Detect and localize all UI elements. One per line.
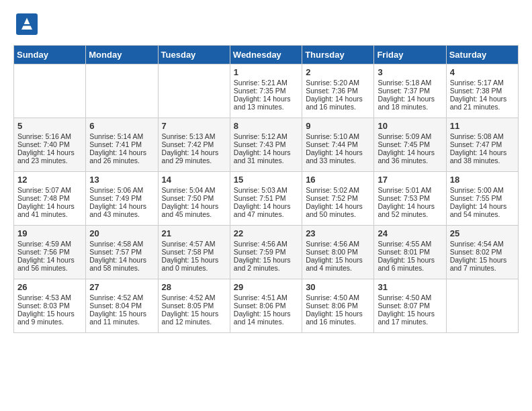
day-info: Sunset: 7:43 PM bbox=[234, 140, 298, 148]
day-info: Sunrise: 4:51 AM bbox=[234, 293, 298, 302]
day-info: Sunset: 7:40 PM bbox=[17, 140, 82, 148]
day-info: Sunrise: 5:03 AM bbox=[234, 186, 298, 194]
calendar-table: SundayMondayTuesdayWednesdayThursdayFrid… bbox=[13, 45, 519, 333]
day-info: Sunrise: 5:13 AM bbox=[162, 132, 226, 140]
svg-rect-2 bbox=[23, 24, 32, 26]
logo bbox=[13, 13, 38, 35]
day-info: Daylight: 15 hours bbox=[378, 256, 442, 264]
day-info: Sunrise: 5:17 AM bbox=[450, 79, 515, 87]
day-number: 9 bbox=[306, 121, 370, 131]
day-info: and 45 minutes. bbox=[162, 210, 226, 218]
header-cell-thursday: Thursday bbox=[302, 46, 374, 64]
day-number: 12 bbox=[17, 175, 82, 185]
calendar-day: 21Sunrise: 4:57 AMSunset: 7:58 PMDayligh… bbox=[158, 226, 230, 279]
day-number: 2 bbox=[306, 67, 370, 77]
day-number: 20 bbox=[89, 228, 154, 238]
day-info: Sunrise: 5:16 AM bbox=[17, 132, 82, 140]
day-info: Sunrise: 4:54 AM bbox=[450, 240, 515, 248]
day-info: Sunset: 8:00 PM bbox=[306, 248, 370, 256]
day-info: Sunset: 7:35 PM bbox=[234, 87, 298, 95]
calendar-day: 17Sunrise: 5:01 AMSunset: 7:53 PMDayligh… bbox=[374, 172, 446, 226]
day-info: Sunrise: 5:06 AM bbox=[89, 186, 154, 194]
day-info: Daylight: 14 hours bbox=[450, 202, 515, 210]
calendar-day: 10Sunrise: 5:09 AMSunset: 7:45 PMDayligh… bbox=[374, 118, 446, 172]
day-info: and 14 minutes. bbox=[234, 318, 298, 326]
day-info: Daylight: 14 hours bbox=[89, 148, 154, 156]
day-info: and 33 minutes. bbox=[306, 156, 370, 165]
day-info: and 58 minutes. bbox=[89, 264, 154, 272]
calendar-day: 11Sunrise: 5:08 AMSunset: 7:47 PMDayligh… bbox=[446, 118, 518, 172]
day-info: Daylight: 14 hours bbox=[306, 202, 370, 210]
day-info: Sunrise: 5:20 AM bbox=[306, 79, 370, 87]
day-info: Daylight: 14 hours bbox=[378, 148, 442, 156]
day-info: Sunrise: 5:21 AM bbox=[234, 79, 298, 87]
day-info: Sunrise: 4:59 AM bbox=[17, 240, 82, 248]
day-info: Daylight: 15 hours bbox=[234, 256, 298, 264]
day-info: and 56 minutes. bbox=[17, 264, 82, 272]
day-number: 23 bbox=[306, 228, 370, 238]
page-header bbox=[13, 13, 519, 35]
calendar-day: 2Sunrise: 5:20 AMSunset: 7:36 PMDaylight… bbox=[302, 64, 374, 118]
calendar-day: 15Sunrise: 5:03 AMSunset: 7:51 PMDayligh… bbox=[230, 172, 302, 226]
calendar-day bbox=[446, 279, 518, 333]
day-info: Sunset: 7:42 PM bbox=[162, 140, 226, 148]
header-cell-saturday: Saturday bbox=[446, 46, 518, 64]
day-info: and 12 minutes. bbox=[162, 318, 226, 326]
calendar-week-3: 12Sunrise: 5:07 AMSunset: 7:48 PMDayligh… bbox=[14, 172, 519, 226]
calendar-day: 8Sunrise: 5:12 AMSunset: 7:43 PMDaylight… bbox=[230, 118, 302, 172]
calendar-day bbox=[86, 64, 158, 118]
day-number: 17 bbox=[378, 175, 442, 185]
calendar-day: 6Sunrise: 5:14 AMSunset: 7:41 PMDaylight… bbox=[86, 118, 158, 172]
day-info: Sunset: 7:37 PM bbox=[378, 87, 442, 95]
header-cell-wednesday: Wednesday bbox=[230, 46, 302, 64]
day-info: Sunset: 8:06 PM bbox=[306, 302, 370, 310]
calendar-day: 4Sunrise: 5:17 AMSunset: 7:38 PMDaylight… bbox=[446, 64, 518, 118]
day-info: Sunset: 8:04 PM bbox=[89, 302, 154, 310]
day-info: and 38 minutes. bbox=[450, 156, 515, 165]
day-info: Daylight: 14 hours bbox=[234, 95, 298, 103]
calendar-week-5: 26Sunrise: 4:53 AMSunset: 8:03 PMDayligh… bbox=[14, 279, 519, 333]
day-info: Sunset: 7:47 PM bbox=[450, 140, 515, 148]
day-info: Daylight: 14 hours bbox=[89, 202, 154, 210]
day-number: 5 bbox=[17, 121, 82, 131]
calendar-day: 3Sunrise: 5:18 AMSunset: 7:37 PMDaylight… bbox=[374, 64, 446, 118]
day-info: Sunset: 8:05 PM bbox=[162, 302, 226, 310]
header-cell-sunday: Sunday bbox=[14, 46, 86, 64]
day-info: and 29 minutes. bbox=[162, 156, 226, 165]
day-info: Daylight: 14 hours bbox=[234, 148, 298, 156]
header-row: SundayMondayTuesdayWednesdayThursdayFrid… bbox=[14, 46, 519, 64]
day-info: Daylight: 14 hours bbox=[89, 256, 154, 264]
day-info: Daylight: 14 hours bbox=[306, 148, 370, 156]
logo-icon bbox=[16, 13, 38, 35]
day-info: Sunrise: 4:50 AM bbox=[378, 293, 442, 302]
day-info: and 43 minutes. bbox=[89, 210, 154, 218]
day-info: Daylight: 14 hours bbox=[378, 95, 442, 103]
day-info: Sunrise: 5:09 AM bbox=[378, 132, 442, 140]
calendar-day: 31Sunrise: 4:50 AMSunset: 8:07 PMDayligh… bbox=[374, 279, 446, 333]
day-info: Sunrise: 4:57 AM bbox=[162, 240, 226, 248]
day-info: Daylight: 15 hours bbox=[450, 256, 515, 264]
calendar-day: 18Sunrise: 5:00 AMSunset: 7:55 PMDayligh… bbox=[446, 172, 518, 226]
day-number: 7 bbox=[162, 121, 226, 131]
day-info: and 9 minutes. bbox=[17, 318, 82, 326]
day-info: Sunrise: 5:02 AM bbox=[306, 186, 370, 194]
day-info: Sunset: 7:56 PM bbox=[17, 248, 82, 256]
day-info: Daylight: 14 hours bbox=[306, 95, 370, 103]
day-info: and 26 minutes. bbox=[89, 156, 154, 165]
day-info: Sunrise: 4:50 AM bbox=[306, 293, 370, 302]
day-info: Sunset: 8:07 PM bbox=[378, 302, 442, 310]
day-info: Sunrise: 4:55 AM bbox=[378, 240, 442, 248]
day-number: 8 bbox=[234, 121, 298, 131]
day-info: Sunset: 7:50 PM bbox=[162, 194, 226, 202]
day-info: Daylight: 14 hours bbox=[234, 202, 298, 210]
day-info: and 21 minutes. bbox=[450, 103, 515, 111]
calendar-week-4: 19Sunrise: 4:59 AMSunset: 7:56 PMDayligh… bbox=[14, 226, 519, 279]
calendar-day: 16Sunrise: 5:02 AMSunset: 7:52 PMDayligh… bbox=[302, 172, 374, 226]
day-info: and 31 minutes. bbox=[234, 156, 298, 165]
day-number: 13 bbox=[89, 175, 154, 185]
day-info: and 47 minutes. bbox=[234, 210, 298, 218]
calendar-day: 29Sunrise: 4:51 AMSunset: 8:06 PMDayligh… bbox=[230, 279, 302, 333]
day-info: Daylight: 14 hours bbox=[162, 202, 226, 210]
calendar-day: 19Sunrise: 4:59 AMSunset: 7:56 PMDayligh… bbox=[14, 226, 86, 279]
day-info: and 4 minutes. bbox=[306, 264, 370, 272]
